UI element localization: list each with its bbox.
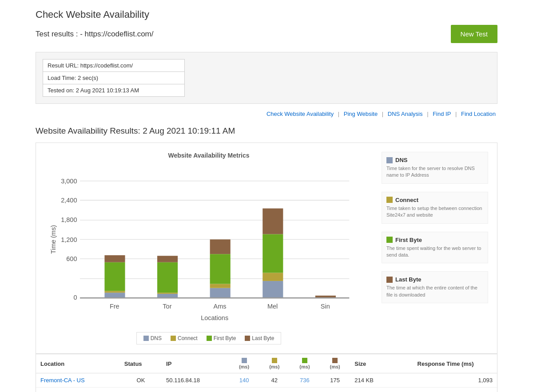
svg-rect-19 <box>263 281 283 298</box>
bl-first-byte: First Byte <box>207 335 236 341</box>
x-label-fre: Fre <box>110 303 119 310</box>
new-test-button[interactable]: New Test <box>451 25 497 43</box>
cell-ip: 50.116.84.18 <box>162 373 229 388</box>
svg-rect-26 <box>171 336 176 341</box>
connect-color <box>386 197 393 203</box>
bl-dns: DNS <box>143 335 162 341</box>
x-label-ams: Ams <box>214 303 227 310</box>
chart-container: Website Availability Metrics 3,000 <box>36 143 497 354</box>
legend-connect: Connect Time taken to setup the between … <box>382 192 488 224</box>
th-last-byte: (ms) <box>320 354 350 373</box>
cell-location: Toronto - CA <box>36 388 120 392</box>
svg-rect-17 <box>210 254 231 284</box>
svg-rect-13 <box>157 262 178 293</box>
chart-area: Website Availability Metrics 3,000 <box>45 152 373 344</box>
th-first-byte: (ms) <box>290 354 320 373</box>
cell-status: OK <box>120 373 162 388</box>
svg-rect-12 <box>157 293 178 294</box>
y-label-0: 0 <box>73 294 77 301</box>
svg-rect-9 <box>104 262 125 291</box>
x-label-tor: Tor <box>163 303 171 310</box>
nav-dns-analysis[interactable]: DNS Analysis <box>388 111 423 117</box>
cell-connect: 42 <box>259 373 290 388</box>
dns-color <box>386 157 393 163</box>
nav-find-location[interactable]: Find Location <box>461 111 496 117</box>
legend-dns: DNS Time taken for the server to resolve… <box>382 152 488 184</box>
cell-size: 214 KB <box>350 388 394 392</box>
chart-svg: 3,000 2,400 1,800 1,200 600 0 Time (ms) <box>45 163 373 327</box>
x-axis-title: Locations <box>201 314 228 321</box>
nav-find-ip[interactable]: Find IP <box>433 111 451 117</box>
table-row: Toronto - CA OK 50.116.84.18 106 37 775 … <box>36 388 497 392</box>
y-label-1800: 1,800 <box>61 216 77 223</box>
first-byte-color <box>386 237 393 243</box>
cell-size: 214 KB <box>350 373 394 388</box>
info-row-load-time: Load Time: 2 sec(s) <box>43 72 185 84</box>
legend-last-byte: Last Byte The time at which the entire c… <box>382 271 488 303</box>
x-label-sin: Sin <box>321 303 330 310</box>
legend-first-byte: First Byte The time spent waiting for th… <box>382 232 488 264</box>
svg-rect-11 <box>157 294 178 298</box>
cell-first-byte: 775 <box>290 388 320 392</box>
svg-rect-14 <box>157 256 178 262</box>
th-connect-icon <box>272 358 277 363</box>
bl-connect: Connect <box>171 335 198 341</box>
bl-last-byte: Last Byte <box>245 335 274 341</box>
cell-connect: 37 <box>259 388 290 392</box>
bottom-legend: DNS Connect First Byte Last Byte <box>136 332 282 344</box>
svg-rect-18 <box>210 239 231 254</box>
cell-response-time: 1,093 <box>394 373 497 388</box>
info-box: Result URL: https://codeflist.com/ Load … <box>36 52 497 104</box>
th-last-byte-icon <box>332 358 338 363</box>
data-table: Location Status IP (ms) (ms) <box>36 354 497 392</box>
chart-title: Website Availability Metrics <box>45 152 373 159</box>
svg-rect-27 <box>207 336 212 341</box>
table-row: Fremont-CA - US OK 50.116.84.18 140 42 7… <box>36 373 497 388</box>
cell-last-byte: 159 <box>320 388 350 392</box>
svg-rect-20 <box>263 273 283 281</box>
last-byte-color <box>386 277 393 283</box>
bar-ams <box>210 239 231 298</box>
svg-rect-7 <box>104 293 125 298</box>
results-title: Website Availability Results: 2 Aug 2021… <box>36 126 497 136</box>
bar-fre <box>104 255 125 298</box>
nav-links: Check Website Availability | Ping Websit… <box>36 111 497 117</box>
cell-ip: 50.116.84.18 <box>162 388 229 392</box>
svg-rect-10 <box>104 255 125 262</box>
test-results-url: Test results : - https://codeflist.com/ <box>36 30 153 39</box>
svg-rect-16 <box>210 284 231 288</box>
y-axis-title: Time (ms) <box>50 225 57 254</box>
info-row-url: Result URL: https://codeflist.com/ <box>43 59 185 72</box>
th-dns-icon <box>242 358 247 363</box>
th-status: Status <box>120 354 162 373</box>
bar-tor <box>157 256 178 298</box>
info-table: Result URL: https://codeflist.com/ Load … <box>43 59 185 97</box>
th-location: Location <box>36 354 120 373</box>
svg-rect-8 <box>104 291 125 293</box>
info-row-tested-on: Tested on: 2 Aug 2021 10:19:13 AM <box>43 84 185 97</box>
th-ip: IP <box>162 354 229 373</box>
svg-rect-22 <box>263 208 283 234</box>
th-first-byte-icon <box>302 358 307 363</box>
th-size: Size <box>350 354 394 373</box>
cell-last-byte: 175 <box>320 373 350 388</box>
x-label-mel: Mel <box>267 303 278 310</box>
y-label-1200: 1,200 <box>61 236 77 243</box>
th-connect: (ms) <box>259 354 290 373</box>
y-label-3000: 3,000 <box>61 178 77 185</box>
data-table-wrapper: Location Status IP (ms) (ms) <box>36 354 497 392</box>
th-response-time: Response Time (ms) <box>394 354 497 373</box>
svg-rect-15 <box>210 288 231 298</box>
chart-legend: DNS Time taken for the server to resolve… <box>382 152 488 344</box>
nav-check-website[interactable]: Check Website Availability <box>266 111 334 117</box>
cell-location: Fremont-CA - US <box>36 373 120 388</box>
cell-dns: 106 <box>229 388 259 392</box>
nav-ping-website[interactable]: Ping Website <box>344 111 378 117</box>
y-label-600: 600 <box>66 255 77 262</box>
cell-dns: 140 <box>229 373 259 388</box>
th-dns: (ms) <box>229 354 259 373</box>
table-header-row: Location Status IP (ms) (ms) <box>36 354 497 373</box>
cell-status: OK <box>120 388 162 392</box>
svg-rect-21 <box>263 234 283 273</box>
svg-rect-28 <box>245 336 250 341</box>
